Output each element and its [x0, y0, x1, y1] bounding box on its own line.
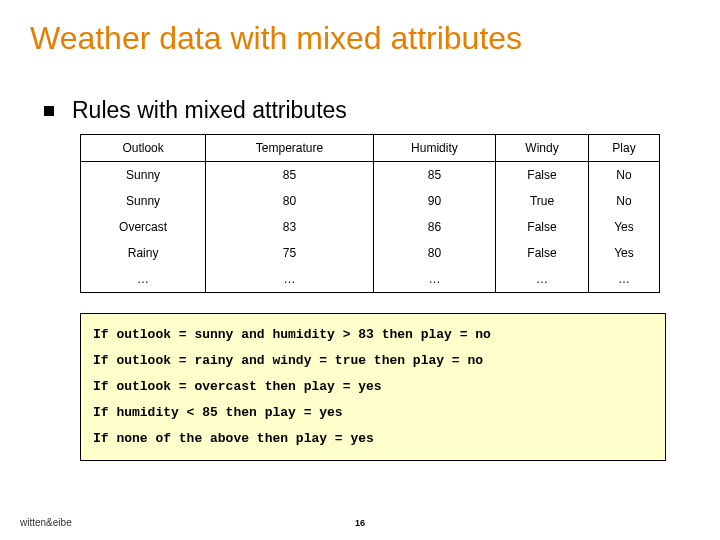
cell: … — [373, 266, 495, 293]
table-row: Sunny 85 85 False No — [81, 162, 660, 189]
cell: 80 — [373, 240, 495, 266]
cell: … — [81, 266, 206, 293]
cell: True — [496, 188, 589, 214]
cell: Overcast — [81, 214, 206, 240]
cell: 83 — [206, 214, 374, 240]
table-row: Sunny 80 90 True No — [81, 188, 660, 214]
footer-credit: witten&eibe — [20, 517, 72, 528]
rule-line: If none of the above then play = yes — [93, 426, 653, 452]
rule-line: If outlook = overcast then play = yes — [93, 374, 653, 400]
cell: Sunny — [81, 162, 206, 189]
subtitle: Rules with mixed attributes — [72, 97, 347, 124]
cell: False — [496, 240, 589, 266]
rule-line: If outlook = rainy and windy = true then… — [93, 348, 653, 374]
subtitle-row: Rules with mixed attributes — [44, 97, 720, 124]
cell: Yes — [588, 214, 659, 240]
table-row: Rainy 75 80 False Yes — [81, 240, 660, 266]
cell: Yes — [588, 240, 659, 266]
cell: No — [588, 162, 659, 189]
data-table: Outlook Temperature Humidity Windy Play … — [80, 134, 660, 293]
page-number: 16 — [355, 518, 365, 528]
table-row: Overcast 83 86 False Yes — [81, 214, 660, 240]
cell: Sunny — [81, 188, 206, 214]
table-row: … … … … … — [81, 266, 660, 293]
slide-title: Weather data with mixed attributes — [0, 0, 720, 57]
bullet-icon — [44, 106, 54, 116]
cell: 86 — [373, 214, 495, 240]
rule-line: If outlook = sunny and humidity > 83 the… — [93, 322, 653, 348]
col-header: Outlook — [81, 135, 206, 162]
cell: Rainy — [81, 240, 206, 266]
cell: 90 — [373, 188, 495, 214]
cell: No — [588, 188, 659, 214]
cell: False — [496, 214, 589, 240]
col-header: Windy — [496, 135, 589, 162]
cell: 80 — [206, 188, 374, 214]
rule-line: If humidity < 85 then play = yes — [93, 400, 653, 426]
col-header: Humidity — [373, 135, 495, 162]
rules-box: If outlook = sunny and humidity > 83 the… — [80, 313, 666, 461]
cell: 75 — [206, 240, 374, 266]
col-header: Temperature — [206, 135, 374, 162]
cell: False — [496, 162, 589, 189]
cell: … — [496, 266, 589, 293]
cell: … — [206, 266, 374, 293]
cell: … — [588, 266, 659, 293]
cell: 85 — [373, 162, 495, 189]
cell: 85 — [206, 162, 374, 189]
col-header: Play — [588, 135, 659, 162]
